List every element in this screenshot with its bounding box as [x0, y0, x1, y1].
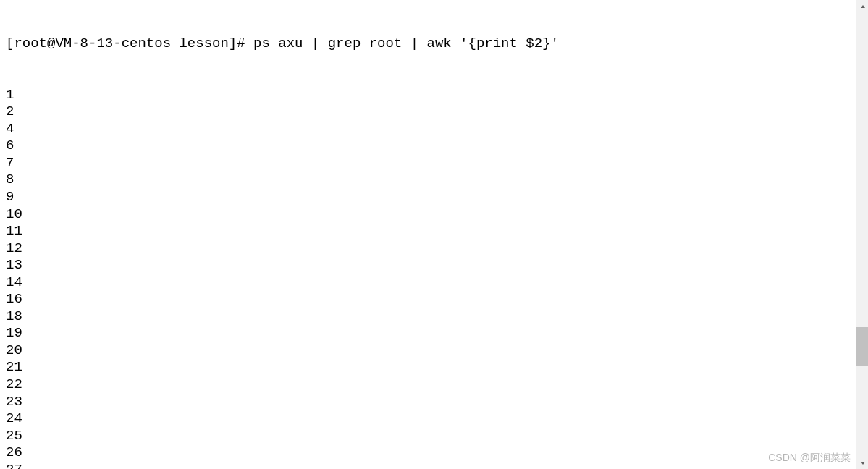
output-line: 23	[6, 394, 862, 411]
scrollbar-arrow-down-icon[interactable]	[856, 457, 868, 469]
output-line: 20	[6, 342, 862, 360]
command-prompt-line: [root@VM-8-13-centos lesson]# ps axu | g…	[6, 35, 862, 53]
output-line: 21	[6, 359, 862, 376]
output-line: 10	[6, 206, 862, 224]
output-line: 22	[6, 376, 862, 394]
vertical-scrollbar[interactable]	[856, 0, 868, 469]
scrollbar-arrow-up-icon[interactable]	[856, 0, 868, 12]
watermark-text: CSDN @阿润菜菜	[768, 452, 851, 465]
output-line: 16	[6, 291, 862, 308]
output-line: 25	[6, 428, 862, 445]
output-line: 4	[6, 121, 862, 138]
output-line: 9	[6, 189, 862, 206]
terminal-output: 1246789101112131416181920212223242526272…	[6, 87, 862, 469]
output-line: 1	[6, 87, 862, 104]
output-line: 26	[6, 444, 862, 462]
output-line: 13	[6, 257, 862, 274]
output-line: 7	[6, 155, 862, 172]
output-line: 24	[6, 410, 862, 428]
output-line: 19	[6, 325, 862, 342]
output-line: 14	[6, 274, 862, 292]
terminal-content[interactable]: [root@VM-8-13-centos lesson]# ps axu | g…	[0, 0, 868, 469]
output-line: 18	[6, 308, 862, 326]
output-line: 12	[6, 240, 862, 258]
output-line: 11	[6, 223, 862, 240]
output-line: 8	[6, 172, 862, 189]
output-line: 6	[6, 138, 862, 155]
terminal-container: [root@VM-8-13-centos lesson]# ps axu | g…	[0, 0, 868, 469]
output-line: 27	[6, 462, 862, 469]
output-line: 2	[6, 103, 862, 121]
scrollbar-thumb[interactable]	[856, 327, 868, 366]
